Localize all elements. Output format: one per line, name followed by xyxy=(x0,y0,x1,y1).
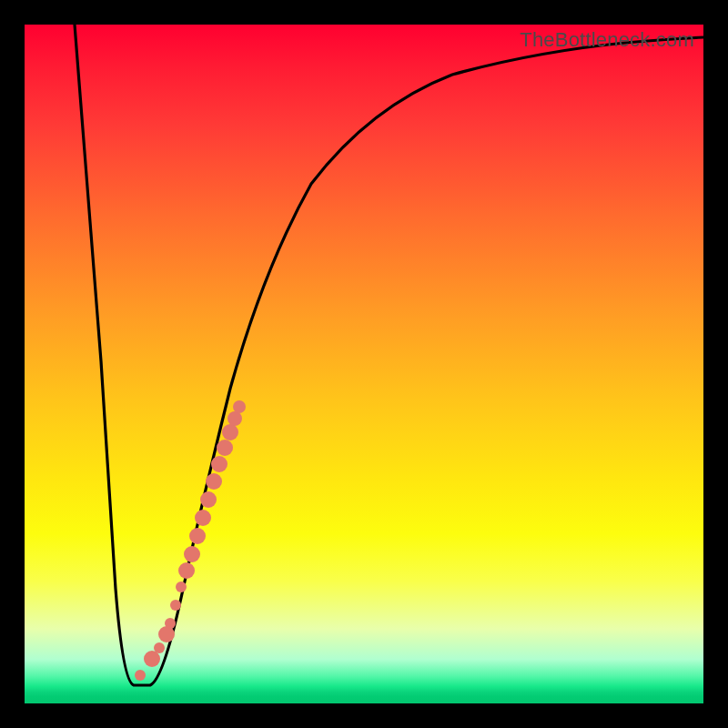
curve-marker xyxy=(184,546,200,562)
curve-marker xyxy=(228,411,242,426)
curve-marker xyxy=(158,626,175,642)
marker-group xyxy=(135,400,246,681)
curve-marker xyxy=(170,600,181,611)
curve-marker xyxy=(176,581,187,592)
watermark-text: TheBottleneck.com xyxy=(520,28,694,52)
curve-marker xyxy=(154,642,165,653)
curve-marker xyxy=(233,400,246,413)
curve-marker xyxy=(206,473,222,490)
curve-marker xyxy=(211,456,228,472)
curve-marker xyxy=(195,510,211,526)
curve-marker xyxy=(222,424,238,440)
bottleneck-curve-path xyxy=(75,25,703,685)
curve-marker xyxy=(200,491,217,508)
curve-marker xyxy=(165,618,176,629)
curve-marker xyxy=(135,670,146,681)
bottleneck-curve-svg xyxy=(25,25,703,703)
curve-marker xyxy=(217,440,233,456)
plot-area: TheBottleneck.com xyxy=(25,25,703,703)
curve-marker xyxy=(178,562,195,579)
curve-marker xyxy=(189,528,206,544)
chart-frame: TheBottleneck.com xyxy=(0,0,728,728)
